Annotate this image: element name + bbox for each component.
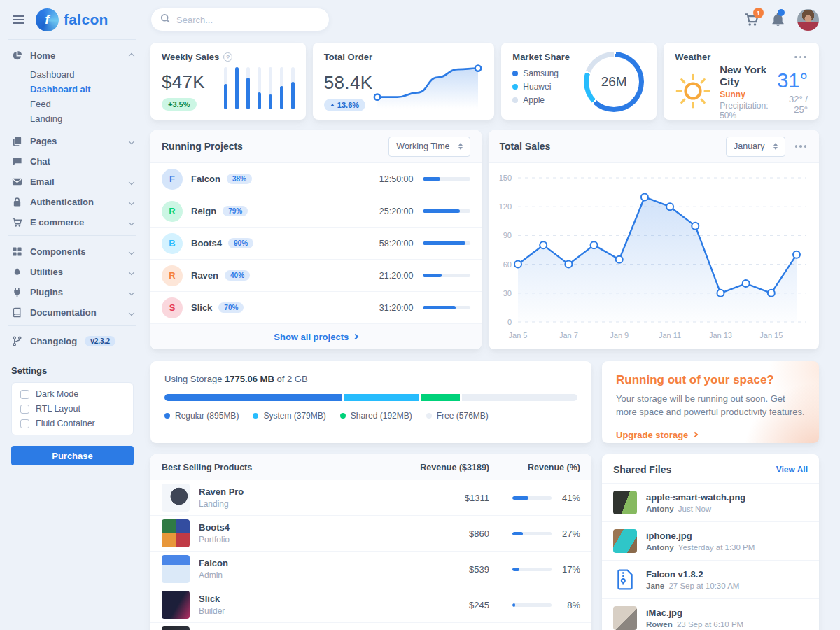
shared-file-row[interactable]: iphone.jpg Antony Yesterday at 1:30 PM [602,522,819,560]
shared-file-row[interactable]: apple-smart-watch.png Antony Just Now [602,483,819,522]
product-row[interactable]: Raven Pro Landing $1311 41% [150,480,592,516]
help-icon[interactable]: ? [223,52,232,62]
legend-item: Samsung [512,69,570,78]
project-avatar: S [162,298,183,318]
card-menu-button[interactable] [793,53,808,62]
legend-label: Apple [523,95,545,105]
product-category[interactable]: Landing [199,499,421,509]
caret-up-icon [330,104,335,106]
working-time-select[interactable]: Working Time [388,136,470,157]
cart-button[interactable]: 1 [744,13,759,27]
user-avatar[interactable] [797,9,819,31]
sidebar-item-email[interactable]: Email [11,172,134,192]
sidebar-item-feed[interactable]: Feed [30,97,134,111]
project-row[interactable]: S Slick 70% 31:20:00 [150,292,482,324]
checkbox[interactable] [20,405,29,414]
weekly-bar [269,67,272,109]
product-row[interactable]: Slick Builder $245 8% [150,587,592,623]
weekly-bar [291,67,295,109]
month-select[interactable]: January [726,136,785,157]
product-revenue-pct: 27% [559,528,580,539]
chevron-down-icon [129,138,134,144]
project-row[interactable]: B Boots4 90% 58:20:00 [150,227,482,260]
shared-file-row[interactable]: Falcon v1.8.2 Jane 27 Sep at 10:30 AM [602,560,819,598]
fluid-container-toggle[interactable]: Fluid Container [20,419,125,428]
storage-bar [164,394,578,401]
project-time: 25:20:00 [379,206,414,216]
sidebar-item-dashboard-alt[interactable]: Dashboard alt [30,82,134,97]
chevron-right-icon [692,432,698,438]
file-thumbnail [613,606,637,630]
card-menu-button[interactable] [794,142,808,150]
legend-label: Free (576MB) [437,411,489,421]
project-progress-badge: 38% [227,174,252,184]
cart-count-badge: 1 [753,8,764,18]
product-row[interactable] [150,623,592,630]
dark-mode-toggle[interactable]: Dark Mode [20,389,125,399]
product-name: Falcon [199,558,421,568]
sidebar-item-authentication[interactable]: Authentication [11,192,134,212]
sidebar-item-dashboard[interactable]: Dashboard [30,67,134,82]
product-revenue: $245 [421,600,489,610]
sidebar-item-home[interactable]: Home [11,46,134,66]
product-row[interactable]: Falcon Admin $539 17% [150,552,592,587]
project-name: Raven [191,270,218,281]
view-all-link[interactable]: View All [776,465,808,475]
product-revenue-bar [512,568,552,571]
checkbox-label: Dark Mode [36,389,78,399]
card-title: Total Order [324,52,372,62]
product-category[interactable]: Admin [199,570,421,580]
product-revenue-bar [512,532,552,536]
file-time: 27 Sep at 10:30 AM [668,582,739,590]
svg-text:Jan 11: Jan 11 [658,331,680,340]
sidebar-item-documentation[interactable]: Documentation [11,302,134,323]
sidebar-item-landing[interactable]: Landing [30,111,134,126]
file-time: Just Now [678,505,711,513]
hamburger-menu-icon[interactable] [11,10,26,29]
sidebar-item-ecommerce[interactable]: E commerce [11,212,134,232]
card-title: Weather [675,52,710,62]
sidebar-item-plugins[interactable]: Plugins [11,282,134,302]
notifications-button[interactable] [771,13,785,27]
file-name: iphone.jpg [646,531,755,541]
project-row[interactable]: R Reign 79% 25:20:00 [150,195,482,227]
rtl-layout-toggle[interactable]: RTL Layout [20,404,125,414]
product-category[interactable]: Portfolio [199,535,421,545]
sidebar-item-chat[interactable]: Chat [11,151,134,172]
project-name: Boots4 [191,238,222,248]
book-icon [11,307,22,318]
chevron-down-icon [129,178,134,184]
show-all-projects-link[interactable]: Show all projects [150,324,482,349]
sun-icon [675,73,711,112]
project-row[interactable]: F Falcon 38% 12:50:00 [150,163,482,195]
search-box[interactable] [150,8,330,31]
sidebar-item-label: Email [30,176,55,187]
svg-text:Jan 13: Jan 13 [708,331,732,340]
weekly-sales-value: $47K [162,71,205,93]
checkbox[interactable] [20,390,29,399]
project-time: 58:20:00 [379,239,414,248]
product-row[interactable]: Boots4 Portfolio $860 27% [150,516,592,552]
select-arrows-icon [458,143,463,150]
falcon-logo[interactable]: f falcon [36,8,108,31]
sidebar-item-components[interactable]: Components [11,241,134,262]
file-owner: Antony [646,505,674,513]
purchase-button[interactable]: Purchase [11,446,134,465]
weekly-sales-card: Weekly Sales ? $47K +3.5% [150,43,306,120]
product-category[interactable]: Builder [199,606,421,616]
promo-title: Running out of your space? [616,373,805,387]
product-name: Slick [199,594,421,604]
project-avatar: R [162,201,183,222]
project-progress-badge: 70% [218,302,244,313]
checkbox[interactable] [20,419,29,428]
project-row[interactable]: R Raven 40% 21:20:00 [150,260,482,292]
search-input[interactable] [176,15,320,25]
shared-file-row[interactable]: iMac.jpg Rowen 23 Sep at 6:10 PM [602,598,819,630]
sidebar-item-utilities[interactable]: Utilities [11,262,134,282]
sidebar-item-pages[interactable]: Pages [11,131,134,151]
legend-item: Huawei [512,82,570,92]
sidebar-item-changelog[interactable]: Changelog v2.3.2 [11,326,134,356]
divider [8,356,136,356]
upgrade-storage-link[interactable]: Upgrade storage [616,430,697,440]
sidebar-nav: Home Dashboard Dashboard alt Feed Landin… [11,40,134,235]
